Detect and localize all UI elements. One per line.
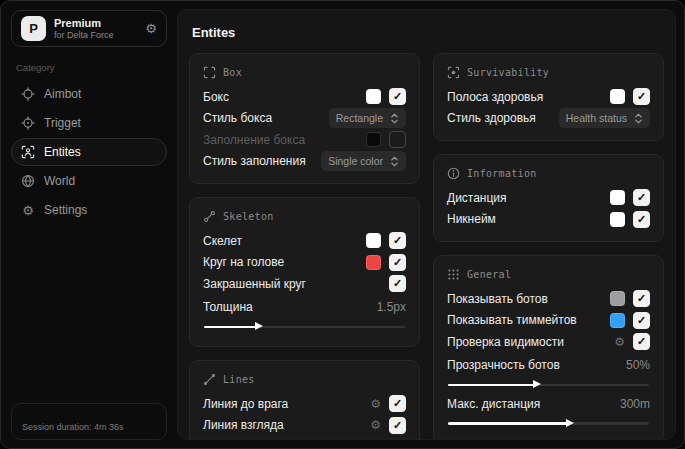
checkbox[interactable]: ✓ bbox=[389, 275, 406, 292]
slider-value: 50% bbox=[626, 358, 650, 372]
setting-row-fill-style: Стиль заполнения Single color bbox=[203, 151, 406, 173]
max-distance-slider[interactable] bbox=[448, 418, 649, 429]
setting-row-box-fill: Заполнение бокса bbox=[203, 129, 406, 151]
chevron-up-down-icon bbox=[390, 113, 399, 124]
fill-style-dropdown[interactable]: Single color bbox=[321, 151, 406, 171]
checkbox[interactable]: ✓ bbox=[389, 417, 406, 434]
sidebar-item-label: Aimbot bbox=[44, 87, 81, 101]
setting-label: Закрашенный круг bbox=[203, 277, 306, 291]
chevron-up-down-icon bbox=[390, 156, 399, 167]
sidebar-item-settings[interactable]: ⚙ Settings bbox=[11, 196, 167, 224]
setting-label: Никнейм bbox=[447, 212, 496, 226]
sidebar-item-aimbot[interactable]: Aimbot bbox=[11, 80, 167, 108]
setting-label: Стиль здоровья bbox=[447, 111, 536, 125]
slider-fill bbox=[448, 422, 569, 425]
setting-label: Линия до врага bbox=[203, 397, 288, 411]
color-swatch[interactable] bbox=[610, 89, 625, 104]
setting-label: Скелет bbox=[203, 234, 242, 248]
setting-row-health-bar: Полоса здоровья ✓ bbox=[447, 86, 650, 108]
info-circle-icon bbox=[447, 167, 460, 180]
color-swatch[interactable] bbox=[366, 233, 381, 248]
slider-value: 1.5px bbox=[377, 300, 406, 314]
globe-icon bbox=[21, 174, 35, 188]
setting-row-filled-circle: Закрашенный круг ✓ bbox=[203, 273, 406, 295]
visibility-settings-gear-icon[interactable]: ⚙ bbox=[614, 336, 625, 348]
checkbox[interactable]: ✓ bbox=[633, 211, 650, 228]
sidebar-item-entites[interactable]: Entites bbox=[11, 138, 167, 166]
brand-logo: P bbox=[21, 16, 46, 41]
sidebar-item-world[interactable]: World bbox=[11, 167, 167, 195]
slider-value: 300m bbox=[620, 397, 650, 411]
setting-row-distance: Дистанция ✓ bbox=[447, 187, 650, 209]
color-swatch[interactable] bbox=[610, 190, 625, 205]
color-swatch[interactable] bbox=[366, 255, 381, 270]
color-swatch[interactable] bbox=[610, 291, 625, 306]
checkbox[interactable]: ✓ bbox=[633, 290, 650, 307]
setting-row-max-distance: Макс. дистанция 300m bbox=[447, 393, 650, 415]
setting-row-box-style: Стиль бокса Rectangle bbox=[203, 108, 406, 130]
category-label: Category bbox=[16, 62, 162, 73]
slider-thumb[interactable] bbox=[533, 380, 541, 388]
panel-skeleton-header: Skeleton bbox=[203, 210, 406, 223]
setting-row-bots-opacity: Прозрачность ботов 50% bbox=[447, 355, 650, 377]
grid-dots-icon bbox=[447, 268, 460, 281]
diagonal-line-icon bbox=[203, 373, 216, 386]
checkbox[interactable]: ✓ bbox=[389, 254, 406, 271]
dropdown-value: Health status bbox=[566, 112, 627, 124]
session-duration-label: Session duration: 4m 36s bbox=[22, 422, 124, 432]
panel-header-label: Lines bbox=[223, 374, 255, 385]
focus-target-icon bbox=[447, 66, 460, 79]
line-settings-gear-icon[interactable]: ⚙ bbox=[370, 398, 381, 410]
color-swatch[interactable] bbox=[610, 212, 625, 227]
setting-label: Показывать тиммейтов bbox=[447, 313, 577, 327]
slider-thumb[interactable] bbox=[255, 322, 263, 330]
setting-label: Прозрачность ботов bbox=[447, 358, 560, 372]
session-duration-card: Session duration: 4m 36s bbox=[11, 403, 167, 440]
panel-header-label: General bbox=[467, 269, 511, 280]
setting-row-view-line: Линия взгляда ⚙ ✓ bbox=[203, 415, 406, 437]
line-settings-gear-icon[interactable]: ⚙ bbox=[370, 419, 381, 431]
chevron-up-down-icon bbox=[634, 113, 643, 124]
setting-label: Проверка видимости bbox=[447, 335, 564, 349]
color-swatch[interactable] bbox=[366, 89, 381, 104]
panel-box-header: Box bbox=[203, 66, 406, 79]
checkbox[interactable]: ✓ bbox=[633, 333, 650, 350]
setting-row-show-bots: Показывать ботов ✓ bbox=[447, 288, 650, 310]
health-style-dropdown[interactable]: Health status bbox=[559, 108, 650, 128]
checkbox[interactable]: ✓ bbox=[389, 232, 406, 249]
brand-subtitle: for Delta Force bbox=[54, 30, 137, 41]
entity-scan-icon bbox=[21, 145, 35, 159]
setting-label: Полоса здоровья bbox=[447, 90, 543, 104]
setting-row-head-circle: Круг на голове ✓ bbox=[203, 252, 406, 274]
brand-settings-gear-icon[interactable]: ⚙ bbox=[145, 22, 157, 35]
setting-row-show-teammates: Показывать тиммейтов ✓ bbox=[447, 310, 650, 332]
brand-card: P Premium for Delta Force ⚙ bbox=[11, 10, 167, 47]
thickness-slider[interactable] bbox=[204, 321, 405, 332]
sidebar-item-trigget[interactable]: Trigget bbox=[11, 109, 167, 137]
left-column: Box Бокс ✓ Стиль бокса Rectangle bbox=[189, 53, 420, 440]
checkbox[interactable]: ✓ bbox=[389, 88, 406, 105]
setting-row-health-style: Стиль здоровья Health status bbox=[447, 108, 650, 130]
color-swatch[interactable] bbox=[610, 313, 625, 328]
panel-survivability: Survivability Полоса здоровья ✓ Стиль зд… bbox=[433, 53, 664, 141]
bots-opacity-slider[interactable] bbox=[448, 379, 649, 390]
panel-lines: Lines Линия до врага ⚙ ✓ Линия взгляда ⚙ bbox=[189, 360, 420, 440]
checkbox[interactable]: ✓ bbox=[633, 189, 650, 206]
brand-title: Premium bbox=[54, 17, 137, 30]
slider-thumb[interactable] bbox=[566, 419, 574, 427]
checkbox[interactable]: ✓ bbox=[633, 312, 650, 329]
box-style-dropdown[interactable]: Rectangle bbox=[329, 108, 406, 128]
checkbox[interactable]: ✓ bbox=[389, 395, 406, 412]
color-swatch[interactable] bbox=[366, 132, 381, 147]
setting-label: Линия взгляда bbox=[203, 418, 284, 432]
dropdown-value: Single color bbox=[328, 155, 383, 167]
setting-label: Макс. дистанция bbox=[447, 397, 540, 411]
trigger-crosshair-icon bbox=[21, 116, 35, 130]
panel-columns: Box Бокс ✓ Стиль бокса Rectangle bbox=[189, 53, 664, 440]
setting-row-nickname: Никнейм ✓ bbox=[447, 209, 650, 231]
checkbox[interactable]: ✓ bbox=[633, 88, 650, 105]
panel-header-label: Box bbox=[223, 67, 242, 78]
sidebar-item-label: Settings bbox=[44, 203, 87, 217]
checkbox[interactable] bbox=[389, 131, 406, 148]
main-content: Entites Box Бокс ✓ bbox=[177, 9, 676, 440]
